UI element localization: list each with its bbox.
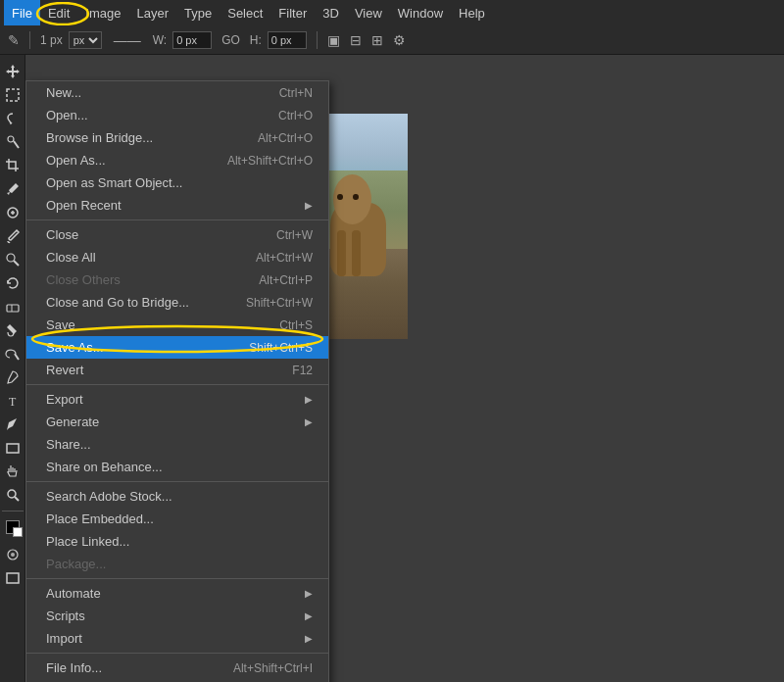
menu-separator-1 (26, 219, 328, 220)
menu-item-automate[interactable]: Automate ▶ (26, 582, 328, 605)
align-center-icon[interactable]: ⊟ (350, 32, 362, 48)
hand-tool[interactable] (2, 461, 24, 482)
paint-bucket-tool[interactable] (2, 319, 24, 341)
menu-edit[interactable]: Edit (40, 0, 77, 25)
zoom-tool[interactable] (2, 484, 24, 506)
menu-separator-2 (26, 384, 328, 385)
menu-item-close-all[interactable]: Close All Alt+Ctrl+W (26, 246, 328, 268)
menu-item-save-as[interactable]: Save As... Shift+Ctrl+S (26, 336, 328, 359)
menu-filter[interactable]: Filter (270, 0, 315, 25)
height-label: H: (250, 33, 262, 47)
menubar: File Edit Image Layer Type Select Filter… (0, 0, 784, 25)
svg-point-10 (8, 490, 16, 498)
brush-tool[interactable] (2, 225, 24, 247)
tool-separator (2, 511, 24, 512)
pen-tool[interactable] (2, 366, 24, 388)
menu-view[interactable]: View (347, 0, 390, 25)
align-left-icon[interactable]: ▣ (327, 32, 340, 48)
crop-tool[interactable] (2, 155, 24, 176)
align-right-icon[interactable]: ⊞ (371, 32, 383, 48)
svg-point-2 (8, 136, 14, 142)
go-label: GO (221, 33, 240, 47)
menu-item-import[interactable]: Import ▶ (26, 627, 328, 650)
height-input[interactable] (268, 31, 307, 49)
svg-text:T: T (9, 395, 17, 409)
menu-item-open-as[interactable]: Open As... Alt+Shift+Ctrl+O (26, 149, 328, 171)
menu-window[interactable]: Window (390, 0, 451, 25)
menu-item-search-stock[interactable]: Search Adobe Stock... (26, 485, 328, 508)
menu-item-place-linked[interactable]: Place Linked... (26, 530, 328, 553)
svg-line-11 (15, 497, 19, 501)
canvas-area: New... Ctrl+N Open... Ctrl+O Browse in B… (25, 55, 784, 682)
menu-layer[interactable]: Layer (129, 0, 177, 25)
menu-item-save[interactable]: Save Ctrl+S (26, 314, 328, 336)
rectangle-tool[interactable] (2, 437, 24, 459)
menu-item-close-others: Close Others Alt+Ctrl+P (26, 268, 328, 291)
menu-item-revert[interactable]: Revert F12 (26, 359, 328, 381)
main-layout: T (0, 55, 784, 682)
menu-type[interactable]: Type (176, 0, 220, 25)
toolbar-separator-1 (29, 31, 30, 49)
menu-item-close[interactable]: Close Ctrl+W (26, 223, 328, 246)
menu-item-scripts[interactable]: Scripts ▶ (26, 605, 328, 627)
svg-rect-0 (7, 89, 19, 101)
menu-item-export[interactable]: Export ▶ (26, 388, 328, 411)
history-brush-tool[interactable] (2, 272, 24, 294)
menu-item-file-info[interactable]: File Info... Alt+Shift+Ctrl+I (26, 657, 328, 679)
menu-item-browse-bridge[interactable]: Browse in Bridge... Alt+Ctrl+O (26, 126, 328, 149)
menu-item-share[interactable]: Share... (26, 433, 328, 456)
clone-stamp-tool[interactable] (2, 249, 24, 270)
size-label: 1 px (40, 33, 63, 47)
svg-point-13 (11, 553, 15, 557)
menu-separator-3 (26, 481, 328, 482)
left-toolbar: T (0, 55, 25, 682)
marquee-tool[interactable] (2, 84, 24, 106)
menu-item-share-behance[interactable]: Share on Behance... (26, 456, 328, 478)
text-tool[interactable]: T (2, 390, 24, 412)
foreground-color[interactable] (2, 516, 24, 538)
tool-options-icon: ✎ (8, 32, 20, 48)
dodge-tool[interactable] (2, 343, 24, 365)
path-selection-tool[interactable] (2, 414, 24, 435)
menu-item-open-smart-object[interactable]: Open as Smart Object... (26, 171, 328, 194)
menu-separator-5 (26, 653, 328, 654)
svg-rect-5 (7, 305, 19, 312)
menu-item-place-embedded[interactable]: Place Embedded... (26, 508, 328, 530)
menu-select[interactable]: Select (220, 0, 270, 25)
menu-item-close-go-bridge[interactable]: Close and Go to Bridge... Shift+Ctrl+W (26, 291, 328, 314)
menu-help[interactable]: Help (451, 0, 493, 25)
wand-tool[interactable] (2, 131, 24, 153)
size-select[interactable]: px (69, 31, 102, 49)
lasso-tool[interactable] (2, 108, 24, 129)
file-menu-dropdown: New... Ctrl+N Open... Ctrl+O Browse in B… (25, 80, 329, 682)
dog-right (325, 168, 391, 275)
toolbar-line-icon: —— (114, 32, 141, 48)
width-input[interactable] (172, 31, 212, 49)
svg-rect-9 (7, 444, 19, 453)
menu-item-open[interactable]: Open... Ctrl+O (26, 104, 328, 126)
svg-line-1 (14, 141, 19, 148)
menu-image[interactable]: Image (77, 0, 128, 25)
quick-mask-tool[interactable] (2, 544, 24, 565)
svg-line-7 (15, 354, 19, 360)
eraser-tool[interactable] (2, 296, 24, 317)
screen-mode-tool[interactable] (2, 567, 24, 589)
spot-heal-tool[interactable] (2, 202, 24, 223)
menu-item-open-recent[interactable]: Open Recent ▶ (26, 194, 328, 217)
toolbar-separator-2 (317, 31, 318, 49)
svg-point-4 (7, 254, 15, 262)
menu-item-generate[interactable]: Generate ▶ (26, 411, 328, 433)
menu-item-new[interactable]: New... Ctrl+N (26, 81, 328, 104)
menu-file[interactable]: File (4, 0, 40, 25)
menu-separator-4 (26, 578, 328, 579)
menu-3d[interactable]: 3D (315, 0, 347, 25)
move-tool[interactable] (2, 61, 24, 82)
options-toolbar: ✎ 1 px px —— W: GO H: ▣ ⊟ ⊞ ⚙ (0, 25, 784, 55)
width-label: W: (153, 33, 167, 47)
svg-rect-14 (7, 573, 19, 583)
eyedropper-tool[interactable] (2, 178, 24, 200)
settings-icon[interactable]: ⚙ (393, 32, 406, 48)
menu-item-package: Package... (26, 553, 328, 575)
